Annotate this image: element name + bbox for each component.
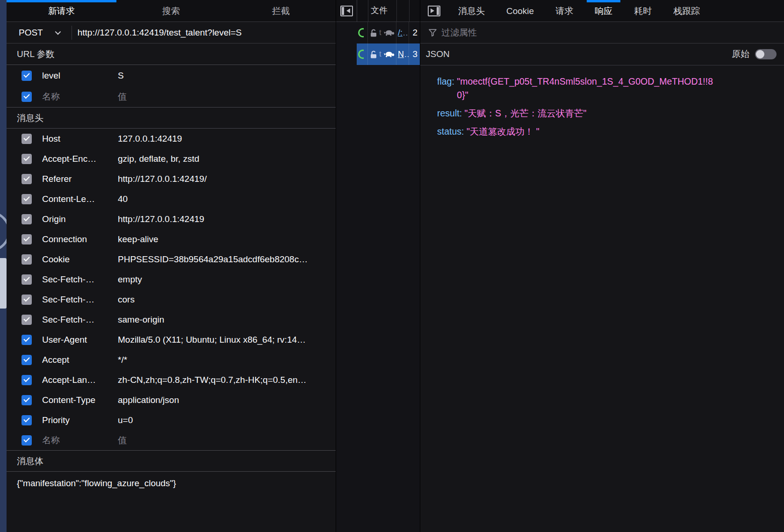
network-request-row[interactable]: t N… 3 (357, 43, 420, 65)
row-checkbox[interactable] (22, 174, 32, 184)
row-checkbox[interactable] (22, 234, 32, 244)
table-row[interactable]: Content-Le… 40 (7, 189, 336, 209)
network-column-header[interactable]: 文件 (368, 0, 397, 22)
row-name[interactable]: Content-Type (42, 395, 118, 405)
row-checkbox[interactable] (22, 154, 32, 164)
table-row[interactable]: Accept-Lan… zh-CN,zh;q=0.8,zh-TW;q=0.7,z… (7, 370, 336, 390)
pane-toggle-button[interactable] (420, 0, 447, 22)
table-row[interactable]: Connection keep-alive (7, 229, 336, 249)
row-value[interactable]: 127.0.0.1:42419 (118, 134, 336, 144)
row-checkbox[interactable] (22, 134, 32, 144)
request-editor-tab[interactable]: 新请求 (7, 0, 116, 22)
table-row[interactable]: 名称 值 (7, 430, 336, 450)
raw-toggle-label: 原始 (732, 48, 749, 60)
row-checkbox[interactable] (22, 335, 32, 345)
filter-properties-input[interactable]: 过滤属性 (441, 27, 477, 39)
raw-toggle-switch[interactable] (755, 49, 777, 59)
row-checkbox[interactable] (22, 254, 32, 265)
row-checkbox[interactable] (22, 375, 32, 385)
row-name[interactable]: Content-Le… (42, 194, 118, 204)
response-tab[interactable]: 响应 (584, 0, 623, 22)
collapse-panel-button[interactable] (336, 0, 357, 22)
table-row[interactable]: Sec-Fetch-… cors (7, 289, 336, 309)
row-name[interactable]: 名称 (42, 434, 118, 446)
network-column-header[interactable] (410, 0, 420, 22)
table-row[interactable]: Sec-Fetch-… same-origin (7, 309, 336, 330)
row-checkbox[interactable] (22, 395, 32, 405)
row-value[interactable]: 40 (118, 194, 336, 204)
row-name[interactable]: User-Agent (42, 335, 118, 345)
url-input[interactable]: http://127.0.0.1:42419/test_talent?level… (72, 28, 242, 38)
row-name[interactable]: 名称 (42, 91, 118, 103)
row-checkbox[interactable] (22, 415, 32, 425)
table-row[interactable]: Host 127.0.0.1:42419 (7, 129, 336, 149)
network-list-header: 文件 (336, 0, 420, 22)
table-row[interactable]: User-Agent Mozilla/5.0 (X11; Ubuntu; Lin… (7, 330, 336, 350)
row-value[interactable]: application/json (118, 395, 336, 405)
row-name[interactable]: Accept-Lan… (42, 375, 118, 385)
row-value[interactable]: same-origin (118, 315, 336, 325)
network-column-header[interactable] (397, 0, 410, 22)
row-name[interactable]: Sec-Fetch-… (42, 315, 118, 325)
row-checkbox[interactable] (22, 274, 32, 285)
row-value[interactable]: empty (118, 274, 336, 285)
row-value[interactable]: keep-alive (118, 234, 336, 244)
domain-cell: t (368, 43, 396, 65)
table-row[interactable]: Referer http://127.0.0.1:42419/ (7, 169, 336, 189)
table-row[interactable]: 名称 值 (7, 86, 336, 107)
table-row[interactable]: Accept-Enc… gzip, deflate, br, zstd (7, 149, 336, 169)
row-checkbox[interactable] (22, 315, 32, 325)
row-value[interactable]: */* (118, 355, 336, 365)
row-name[interactable]: Cookie (42, 254, 118, 265)
row-name[interactable]: Host (42, 134, 118, 144)
request-editor-tab[interactable]: 搜索 (116, 0, 226, 22)
row-value[interactable]: PHPSESSID=38b9564a29a15adcdf6eb8208c… (118, 254, 336, 265)
row-checkbox[interactable] (22, 92, 32, 102)
row-value[interactable]: zh-CN,zh;q=0.8,zh-TW;q=0.7,zh-HK;q=0.5,e… (118, 375, 336, 385)
response-tab[interactable]: 请求 (545, 0, 584, 22)
table-row[interactable]: Priority u=0 (7, 410, 336, 430)
devtools-window: 新请求搜索拦截 POST http://127.0.0.1:42419/test… (0, 0, 784, 532)
row-value[interactable]: u=0 (118, 415, 336, 425)
row-name[interactable]: Sec-Fetch-… (42, 295, 118, 305)
row-value[interactable]: gzip, deflate, br, zstd (118, 154, 336, 164)
row-checkbox[interactable] (22, 71, 32, 81)
network-column-header[interactable] (357, 0, 368, 22)
response-tab[interactable]: 栈跟踪 (662, 0, 711, 22)
row-name[interactable]: Sec-Fetch-… (42, 274, 118, 285)
row-value[interactable]: Mozilla/5.0 (X11; Ubuntu; Linux x86_64; … (118, 335, 336, 345)
request-editor-tab[interactable]: 拦截 (226, 0, 336, 22)
row-checkbox[interactable] (22, 355, 32, 365)
row-value[interactable]: 值 (118, 91, 336, 103)
table-row[interactable]: Accept */* (7, 350, 336, 370)
table-row[interactable]: Cookie PHPSESSID=38b9564a29a15adcdf6eb82… (7, 249, 336, 269)
row-checkbox[interactable] (22, 295, 32, 305)
row-name[interactable]: Connection (42, 234, 118, 244)
row-name[interactable]: level (42, 71, 118, 81)
network-request-row[interactable]: t /:… 2 (357, 22, 420, 43)
row-value[interactable]: http://127.0.0.1:42419 (118, 214, 336, 224)
response-tab[interactable]: 消息头 (447, 0, 496, 22)
row-value[interactable]: 值 (118, 434, 336, 446)
table-row[interactable]: Content-Type application/json (7, 390, 336, 410)
row-name[interactable]: Accept-Enc… (42, 154, 118, 164)
method-dropdown[interactable]: POST (7, 28, 72, 38)
row-checkbox[interactable] (22, 214, 32, 224)
row-name[interactable]: Accept (42, 355, 118, 365)
row-value[interactable]: S (118, 71, 336, 81)
row-value[interactable]: http://127.0.0.1:42419/ (118, 174, 336, 184)
row-checkbox[interactable] (22, 435, 32, 446)
row-name[interactable]: Referer (42, 174, 118, 184)
file-link[interactable]: N (398, 50, 404, 59)
table-row[interactable]: Origin http://127.0.0.1:42419 (7, 209, 336, 229)
response-tab[interactable]: Cookie (496, 0, 545, 22)
row-name[interactable]: Priority (42, 415, 118, 425)
response-tab[interactable]: 耗时 (623, 0, 662, 22)
row-value[interactable]: cors (118, 295, 336, 305)
request-body-input[interactable]: {"manifestation":"flowing_azure_clouds"} (7, 472, 336, 489)
row-name[interactable]: Origin (42, 214, 118, 224)
row-checkbox[interactable] (22, 194, 32, 204)
table-row[interactable]: level S (7, 65, 336, 86)
table-row[interactable]: Sec-Fetch-… empty (7, 269, 336, 289)
file-link[interactable]: /: (398, 28, 403, 38)
